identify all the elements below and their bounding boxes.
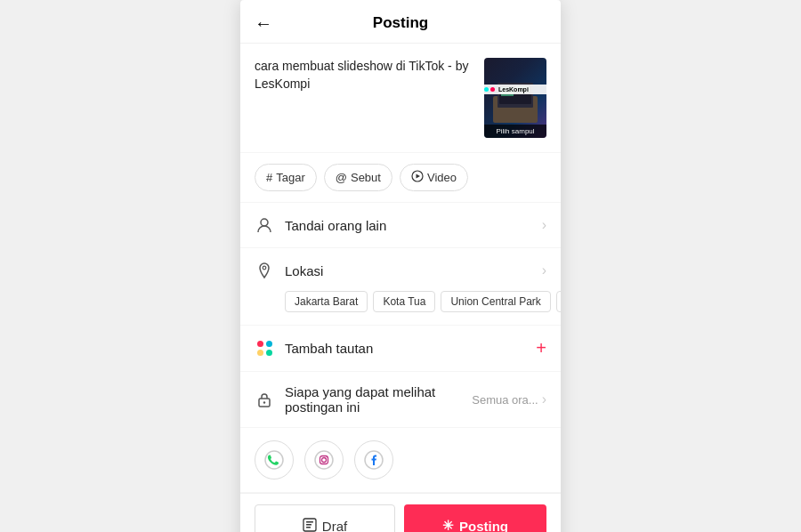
location-row[interactable]: Lokasi › xyxy=(240,248,561,284)
posting-label: Posting xyxy=(459,519,508,533)
facebook-button[interactable] xyxy=(354,440,393,480)
dots-icon xyxy=(255,339,274,359)
sebut-label: Sebut xyxy=(351,171,381,184)
main-content: cara membuat slideshow di TikTok - by Le… xyxy=(240,44,561,493)
privacy-main-text: Siapa yang dapat melihat postingan ini xyxy=(285,384,472,415)
posting-icon: ✳ xyxy=(442,518,454,532)
tag-people-row[interactable]: Tandai orang lain › xyxy=(240,203,561,248)
sebut-button[interactable]: @ Sebut xyxy=(324,164,392,191)
video-label: Video xyxy=(427,171,457,184)
location-chevron: › xyxy=(542,262,546,278)
video-section: cara membuat slideshow di TikTok - by Le… xyxy=(240,44,561,153)
chip-union-central-park[interactable]: Union Central Park xyxy=(441,291,550,312)
video-thumbnail[interactable]: LesKompi Pilih sampul xyxy=(484,58,546,138)
tag-people-chevron: › xyxy=(542,217,546,233)
whatsapp-button[interactable] xyxy=(255,440,294,480)
privacy-value: Semua ora... xyxy=(472,393,538,407)
posting-button[interactable]: ✳ Posting xyxy=(404,504,546,532)
video-caption: cara membuat slideshow di TikTok - by Le… xyxy=(255,58,473,93)
svg-point-11 xyxy=(265,451,283,469)
draf-icon xyxy=(303,518,317,533)
location-section: Lokasi › Jakarta Barat Kota Tua Union Ce… xyxy=(240,248,561,326)
add-link-row[interactable]: Tambah tautan + xyxy=(240,326,561,372)
draf-label: Draf xyxy=(322,519,347,533)
svg-rect-20 xyxy=(306,527,311,528)
svg-point-12 xyxy=(315,451,333,469)
draf-button[interactable]: Draf xyxy=(255,504,395,532)
lock-icon xyxy=(255,390,274,409)
back-button[interactable]: ← xyxy=(255,13,272,34)
chip-jakarta-barat[interactable]: Jakarta Barat xyxy=(285,291,368,312)
privacy-label: Siapa yang dapat melihat postingan ini xyxy=(285,384,472,415)
video-symbol xyxy=(411,170,424,185)
pilih-sampul-label[interactable]: Pilih sampul xyxy=(484,125,546,138)
svg-rect-18 xyxy=(306,521,313,523)
social-section xyxy=(240,428,561,493)
add-link-label: Tambah tautan xyxy=(285,341,536,356)
location-icon xyxy=(255,261,274,280)
tagar-label: Tagar xyxy=(276,171,305,184)
chip-jakarta-aquarium[interactable]: Jakarta Aquari xyxy=(556,291,561,312)
instagram-button[interactable] xyxy=(304,440,344,480)
svg-point-14 xyxy=(322,458,327,463)
svg-rect-19 xyxy=(306,524,312,526)
svg-point-10 xyxy=(263,401,265,403)
tags-section: # Tagar @ Sebut Video xyxy=(240,153,561,203)
video-button[interactable]: Video xyxy=(400,164,468,191)
tagar-symbol: # xyxy=(266,171,272,184)
sebut-symbol: @ xyxy=(336,171,347,184)
svg-point-15 xyxy=(327,456,328,457)
tag-people-label: Tandai orang lain xyxy=(285,218,542,233)
svg-point-8 xyxy=(263,266,266,270)
tagar-button[interactable]: # Tagar xyxy=(255,164,317,191)
add-link-plus[interactable]: + xyxy=(536,338,546,359)
footer: Draf ✳ Posting xyxy=(240,493,561,532)
header: ← Posting xyxy=(240,0,561,44)
location-chips: Jakarta Barat Kota Tua Union Central Par… xyxy=(240,284,561,325)
page-title: Posting xyxy=(373,14,428,32)
svg-marker-6 xyxy=(416,174,420,179)
privacy-chevron: › xyxy=(542,391,546,407)
privacy-row[interactable]: Siapa yang dapat melihat postingan ini S… xyxy=(240,372,561,428)
svg-point-7 xyxy=(261,219,268,226)
location-label: Lokasi xyxy=(285,263,542,278)
chip-kota-tua[interactable]: Kota Tua xyxy=(373,291,435,312)
thumbnail-brand-label: LesKompi xyxy=(484,85,546,94)
person-icon xyxy=(255,215,274,235)
